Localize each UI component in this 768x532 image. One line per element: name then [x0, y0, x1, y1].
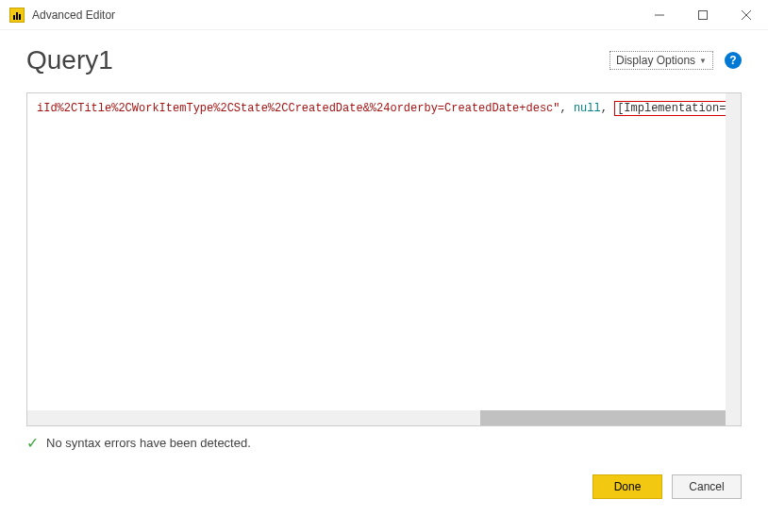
close-button[interactable] — [725, 0, 768, 29]
check-icon: ✓ — [26, 434, 39, 452]
vertical-scrollbar[interactable] — [726, 93, 741, 425]
minimize-button[interactable] — [638, 0, 681, 29]
display-options-label: Display Options — [616, 54, 695, 67]
window-title: Advanced Editor — [32, 8, 115, 22]
cancel-button[interactable]: Cancel — [672, 474, 742, 499]
code-token-null: null — [574, 102, 601, 115]
code-token-punct: , — [560, 102, 574, 115]
query-title: Query1 — [26, 45, 113, 75]
window-titlebar: Advanced Editor — [0, 0, 768, 30]
status-row: ✓ No syntax errors have been detected. — [0, 426, 768, 459]
status-message: No syntax errors have been detected. — [46, 436, 251, 450]
code-token-punct: , — [601, 102, 614, 115]
done-button[interactable]: Done — [593, 474, 662, 499]
app-icon — [9, 8, 25, 23]
window-controls — [638, 0, 768, 29]
help-icon[interactable]: ? — [725, 52, 742, 69]
highlight-box: [Implementation="2.0"]) — [614, 101, 742, 116]
code-token-string: iId%2CTitle%2CWorkItemType%2CState%2CCre… — [37, 102, 560, 115]
code-line: iId%2CTitle%2CWorkItemType%2CState%2CCre… — [27, 93, 741, 116]
button-row: Done Cancel — [0, 459, 768, 514]
scrollbar-thumb[interactable] — [480, 410, 726, 425]
header-row: Query1 Display Options ▼ ? — [0, 30, 768, 83]
maximize-button[interactable] — [681, 0, 725, 29]
svg-rect-1 — [699, 10, 708, 19]
display-options-dropdown[interactable]: Display Options ▼ — [609, 51, 713, 70]
code-editor[interactable]: iId%2CTitle%2CWorkItemType%2CState%2CCre… — [26, 92, 742, 426]
chevron-down-icon: ▼ — [699, 57, 707, 65]
horizontal-scrollbar[interactable] — [27, 410, 741, 425]
